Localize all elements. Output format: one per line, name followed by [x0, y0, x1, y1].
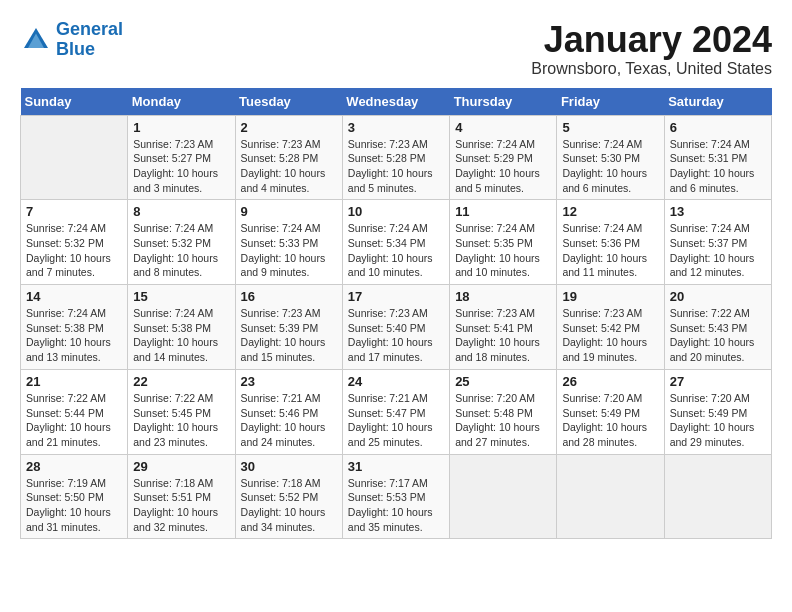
calendar-cell: 15Sunrise: 7:24 AM Sunset: 5:38 PM Dayli…	[128, 285, 235, 370]
calendar-cell: 7Sunrise: 7:24 AM Sunset: 5:32 PM Daylig…	[21, 200, 128, 285]
logo: General Blue	[20, 20, 123, 60]
day-number: 27	[670, 374, 766, 389]
day-header-thursday: Thursday	[450, 88, 557, 116]
day-number: 16	[241, 289, 337, 304]
day-header-monday: Monday	[128, 88, 235, 116]
page-header: General Blue January 2024 Brownsboro, Te…	[20, 20, 772, 78]
cell-info: Sunrise: 7:24 AM Sunset: 5:37 PM Dayligh…	[670, 221, 766, 280]
day-number: 18	[455, 289, 551, 304]
cell-info: Sunrise: 7:24 AM Sunset: 5:38 PM Dayligh…	[26, 306, 122, 365]
cell-info: Sunrise: 7:23 AM Sunset: 5:41 PM Dayligh…	[455, 306, 551, 365]
cell-info: Sunrise: 7:22 AM Sunset: 5:45 PM Dayligh…	[133, 391, 229, 450]
day-number: 30	[241, 459, 337, 474]
day-number: 23	[241, 374, 337, 389]
day-number: 10	[348, 204, 444, 219]
cell-info: Sunrise: 7:20 AM Sunset: 5:49 PM Dayligh…	[562, 391, 658, 450]
cell-info: Sunrise: 7:19 AM Sunset: 5:50 PM Dayligh…	[26, 476, 122, 535]
cell-info: Sunrise: 7:24 AM Sunset: 5:36 PM Dayligh…	[562, 221, 658, 280]
calendar-week-row: 7Sunrise: 7:24 AM Sunset: 5:32 PM Daylig…	[21, 200, 772, 285]
cell-info: Sunrise: 7:24 AM Sunset: 5:34 PM Dayligh…	[348, 221, 444, 280]
logo-icon	[20, 24, 52, 56]
calendar-cell: 1Sunrise: 7:23 AM Sunset: 5:27 PM Daylig…	[128, 115, 235, 200]
calendar-cell: 22Sunrise: 7:22 AM Sunset: 5:45 PM Dayli…	[128, 369, 235, 454]
calendar-cell: 9Sunrise: 7:24 AM Sunset: 5:33 PM Daylig…	[235, 200, 342, 285]
cell-info: Sunrise: 7:23 AM Sunset: 5:42 PM Dayligh…	[562, 306, 658, 365]
day-header-sunday: Sunday	[21, 88, 128, 116]
cell-info: Sunrise: 7:17 AM Sunset: 5:53 PM Dayligh…	[348, 476, 444, 535]
calendar-cell: 4Sunrise: 7:24 AM Sunset: 5:29 PM Daylig…	[450, 115, 557, 200]
day-number: 7	[26, 204, 122, 219]
day-number: 13	[670, 204, 766, 219]
cell-info: Sunrise: 7:23 AM Sunset: 5:28 PM Dayligh…	[241, 137, 337, 196]
day-header-friday: Friday	[557, 88, 664, 116]
day-number: 22	[133, 374, 229, 389]
calendar-cell: 2Sunrise: 7:23 AM Sunset: 5:28 PM Daylig…	[235, 115, 342, 200]
cell-info: Sunrise: 7:20 AM Sunset: 5:49 PM Dayligh…	[670, 391, 766, 450]
calendar-week-row: 1Sunrise: 7:23 AM Sunset: 5:27 PM Daylig…	[21, 115, 772, 200]
cell-info: Sunrise: 7:23 AM Sunset: 5:39 PM Dayligh…	[241, 306, 337, 365]
calendar-cell: 16Sunrise: 7:23 AM Sunset: 5:39 PM Dayli…	[235, 285, 342, 370]
day-number: 19	[562, 289, 658, 304]
calendar-cell: 28Sunrise: 7:19 AM Sunset: 5:50 PM Dayli…	[21, 454, 128, 539]
day-number: 28	[26, 459, 122, 474]
day-number: 9	[241, 204, 337, 219]
cell-info: Sunrise: 7:21 AM Sunset: 5:46 PM Dayligh…	[241, 391, 337, 450]
calendar-cell: 19Sunrise: 7:23 AM Sunset: 5:42 PM Dayli…	[557, 285, 664, 370]
cell-info: Sunrise: 7:18 AM Sunset: 5:52 PM Dayligh…	[241, 476, 337, 535]
calendar-table: SundayMondayTuesdayWednesdayThursdayFrid…	[20, 88, 772, 540]
cell-info: Sunrise: 7:22 AM Sunset: 5:44 PM Dayligh…	[26, 391, 122, 450]
day-number: 29	[133, 459, 229, 474]
cell-info: Sunrise: 7:21 AM Sunset: 5:47 PM Dayligh…	[348, 391, 444, 450]
day-number: 20	[670, 289, 766, 304]
cell-info: Sunrise: 7:24 AM Sunset: 5:32 PM Dayligh…	[133, 221, 229, 280]
calendar-cell: 10Sunrise: 7:24 AM Sunset: 5:34 PM Dayli…	[342, 200, 449, 285]
calendar-cell: 13Sunrise: 7:24 AM Sunset: 5:37 PM Dayli…	[664, 200, 771, 285]
day-number: 31	[348, 459, 444, 474]
day-number: 25	[455, 374, 551, 389]
day-number: 12	[562, 204, 658, 219]
cell-info: Sunrise: 7:24 AM Sunset: 5:38 PM Dayligh…	[133, 306, 229, 365]
cell-info: Sunrise: 7:24 AM Sunset: 5:33 PM Dayligh…	[241, 221, 337, 280]
calendar-cell: 5Sunrise: 7:24 AM Sunset: 5:30 PM Daylig…	[557, 115, 664, 200]
day-number: 24	[348, 374, 444, 389]
day-number: 21	[26, 374, 122, 389]
day-number: 2	[241, 120, 337, 135]
calendar-cell: 3Sunrise: 7:23 AM Sunset: 5:28 PM Daylig…	[342, 115, 449, 200]
calendar-cell: 23Sunrise: 7:21 AM Sunset: 5:46 PM Dayli…	[235, 369, 342, 454]
cell-info: Sunrise: 7:24 AM Sunset: 5:32 PM Dayligh…	[26, 221, 122, 280]
calendar-header-row: SundayMondayTuesdayWednesdayThursdayFrid…	[21, 88, 772, 116]
calendar-cell: 31Sunrise: 7:17 AM Sunset: 5:53 PM Dayli…	[342, 454, 449, 539]
calendar-cell: 17Sunrise: 7:23 AM Sunset: 5:40 PM Dayli…	[342, 285, 449, 370]
calendar-week-row: 14Sunrise: 7:24 AM Sunset: 5:38 PM Dayli…	[21, 285, 772, 370]
title-block: January 2024 Brownsboro, Texas, United S…	[531, 20, 772, 78]
calendar-cell: 29Sunrise: 7:18 AM Sunset: 5:51 PM Dayli…	[128, 454, 235, 539]
day-number: 6	[670, 120, 766, 135]
calendar-cell: 14Sunrise: 7:24 AM Sunset: 5:38 PM Dayli…	[21, 285, 128, 370]
calendar-cell: 8Sunrise: 7:24 AM Sunset: 5:32 PM Daylig…	[128, 200, 235, 285]
day-number: 8	[133, 204, 229, 219]
calendar-cell: 6Sunrise: 7:24 AM Sunset: 5:31 PM Daylig…	[664, 115, 771, 200]
cell-info: Sunrise: 7:22 AM Sunset: 5:43 PM Dayligh…	[670, 306, 766, 365]
calendar-cell: 30Sunrise: 7:18 AM Sunset: 5:52 PM Dayli…	[235, 454, 342, 539]
calendar-week-row: 21Sunrise: 7:22 AM Sunset: 5:44 PM Dayli…	[21, 369, 772, 454]
calendar-cell: 21Sunrise: 7:22 AM Sunset: 5:44 PM Dayli…	[21, 369, 128, 454]
cell-info: Sunrise: 7:24 AM Sunset: 5:31 PM Dayligh…	[670, 137, 766, 196]
month-title: January 2024	[531, 20, 772, 60]
cell-info: Sunrise: 7:24 AM Sunset: 5:35 PM Dayligh…	[455, 221, 551, 280]
day-header-saturday: Saturday	[664, 88, 771, 116]
day-header-wednesday: Wednesday	[342, 88, 449, 116]
location: Brownsboro, Texas, United States	[531, 60, 772, 78]
cell-info: Sunrise: 7:24 AM Sunset: 5:30 PM Dayligh…	[562, 137, 658, 196]
day-number: 15	[133, 289, 229, 304]
cell-info: Sunrise: 7:23 AM Sunset: 5:28 PM Dayligh…	[348, 137, 444, 196]
day-number: 3	[348, 120, 444, 135]
calendar-cell: 11Sunrise: 7:24 AM Sunset: 5:35 PM Dayli…	[450, 200, 557, 285]
cell-info: Sunrise: 7:18 AM Sunset: 5:51 PM Dayligh…	[133, 476, 229, 535]
cell-info: Sunrise: 7:23 AM Sunset: 5:27 PM Dayligh…	[133, 137, 229, 196]
calendar-cell: 25Sunrise: 7:20 AM Sunset: 5:48 PM Dayli…	[450, 369, 557, 454]
calendar-cell: 18Sunrise: 7:23 AM Sunset: 5:41 PM Dayli…	[450, 285, 557, 370]
calendar-cell	[664, 454, 771, 539]
calendar-cell: 20Sunrise: 7:22 AM Sunset: 5:43 PM Dayli…	[664, 285, 771, 370]
day-number: 5	[562, 120, 658, 135]
day-number: 26	[562, 374, 658, 389]
